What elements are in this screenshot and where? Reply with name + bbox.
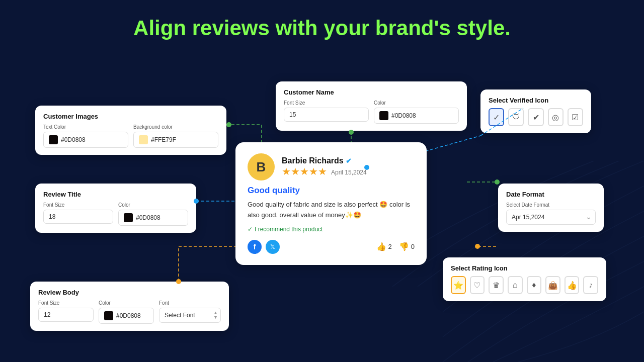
dislike-item: 👎 0 — [399, 242, 415, 251]
rating-icon-music[interactable]: ♪ — [583, 276, 598, 294]
connector-dot-orange-1 — [176, 279, 181, 284]
text-color-value: #0D0808 — [61, 136, 86, 143]
review-body-color-value: #0D0808 — [116, 312, 141, 319]
like-item: 👍 2 — [376, 242, 392, 251]
review-title-color-label: Color — [118, 202, 188, 208]
text-color-field[interactable]: #0D0808 — [43, 132, 128, 148]
customer-name-font-size-label: Font Size — [284, 100, 369, 106]
customer-name-font-size-field[interactable]: 15 — [284, 108, 369, 122]
customer-name-panel: Customer Name Font Size 15 Color #0D0808 — [276, 81, 467, 131]
rating-icon-star[interactable]: ⭐ — [451, 276, 466, 294]
date-format-title: Date Format — [506, 191, 596, 198]
connector-dot-orange-2 — [475, 244, 480, 249]
review-body-font-select-wrapper: Select Font ▲▼ — [159, 308, 221, 323]
verified-icon-title: Select Verified Icon — [489, 97, 583, 104]
review-title-color-swatch — [124, 213, 133, 222]
social-icons: f 𝕏 — [248, 240, 280, 254]
text-color-label: Text Color — [43, 124, 128, 130]
bg-color-field[interactable]: #FFE79F — [133, 132, 218, 148]
reviewer-info: Barbie Richards ✔ ★★★★★ April 15,2024 — [282, 156, 367, 177]
review-footer: f 𝕏 👍 2 👎 0 — [248, 240, 415, 254]
twitter-icon[interactable]: 𝕏 — [266, 240, 280, 254]
rating-icon-home[interactable]: ⌂ — [508, 276, 523, 294]
page-title: Align reviews with your brand's style. — [0, 16, 644, 40]
review-title-panel-title: Review Title — [43, 191, 188, 198]
date-format-select[interactable]: Apr 15,2024 — [506, 210, 596, 225]
review-body-title: Review Body — [38, 289, 221, 296]
review-body-font-size-field[interactable]: 12 — [38, 308, 94, 322]
review-title-font-size-value: 18 — [49, 213, 55, 220]
like-count: 2 — [388, 243, 392, 250]
thumbsup-icon[interactable]: 👍 — [376, 242, 386, 251]
rating-icon-heart[interactable]: ♡ — [470, 276, 485, 294]
review-body-color-label: Color — [99, 300, 154, 306]
connector-dot-blue-2 — [364, 165, 369, 170]
rating-icon-row: ⭐ ♡ ♛ ⌂ ♦ 👜 👍 ♪ — [451, 276, 598, 294]
verified-icon-checkbox[interactable]: ☑ — [568, 108, 583, 126]
customer-name-font-size-value: 15 — [289, 111, 296, 118]
review-date: April 15,2024 — [331, 169, 367, 176]
review-body-text: Good quality of fabric and size is also … — [248, 200, 415, 221]
rating-icon-panel: Select Rating Icon ⭐ ♡ ♛ ⌂ ♦ 👜 👍 ♪ — [443, 257, 606, 301]
rating-icon-thumbsup[interactable]: 👍 — [565, 276, 580, 294]
review-body-font-size-value: 12 — [44, 311, 50, 318]
connector-dot-green-2 — [349, 130, 354, 135]
customer-images-panel: Customer Images Text Color #0D0808 Backg… — [35, 106, 226, 155]
review-card: B Barbie Richards ✔ ★★★★★ April 15,2024 … — [235, 142, 427, 265]
customer-name-color-swatch — [379, 111, 388, 120]
bg-color-swatch — [139, 135, 148, 144]
verified-badge-icon: ✔ — [346, 157, 352, 165]
connector-dot-green-3 — [495, 179, 500, 185]
review-body-panel: Review Body Font Size 12 Color #0D0808 F… — [30, 282, 229, 331]
date-format-select-label: Select Date Format — [506, 202, 596, 208]
connector-dot-blue-1 — [194, 199, 199, 204]
bg-color-value: #FFE79F — [151, 136, 176, 143]
text-color-swatch — [49, 135, 58, 144]
customer-name-color-value: #0D0808 — [391, 112, 416, 119]
review-body-font-size-label: Font Size — [38, 300, 94, 306]
vote-area: 👍 2 👎 0 — [376, 242, 415, 251]
verified-icon-target[interactable]: ◎ — [548, 108, 564, 126]
verified-icon-row: ✓ 🛡 ✔ ◎ ☑ — [489, 108, 583, 126]
review-header: B Barbie Richards ✔ ★★★★★ April 15,2024 — [248, 153, 415, 180]
review-title-color-value: #0D0808 — [136, 214, 160, 221]
verified-icon-shield[interactable]: 🛡 — [508, 108, 524, 126]
bg-color-label: Background color — [133, 124, 218, 130]
verified-icon-badge[interactable]: ✔ — [528, 108, 543, 126]
dislike-count: 0 — [411, 243, 415, 250]
date-format-select-wrapper: Apr 15,2024 — [506, 210, 596, 225]
connector-dot-green-1 — [226, 122, 231, 127]
review-title-font-size-field[interactable]: 18 — [43, 210, 113, 224]
verified-icon-panel: Select Verified Icon ✓ 🛡 ✔ ◎ ☑ — [480, 89, 591, 133]
review-title-panel: Review Title Font Size 18 Color #0D0808 — [35, 184, 196, 233]
review-body-font-label: Font — [159, 300, 221, 306]
verified-icon-circle-check[interactable]: ✓ — [489, 108, 504, 126]
review-recommend: ✓ I recommend this product — [248, 226, 415, 233]
review-title-text: Good quality — [248, 186, 415, 196]
thumbsdown-icon[interactable]: 👎 — [399, 242, 409, 251]
review-body-color-field[interactable]: #0D0808 — [99, 308, 154, 324]
reviewer-avatar: B — [248, 153, 275, 180]
reviewer-name: Barbie Richards ✔ — [282, 156, 367, 165]
review-title-font-size-label: Font Size — [43, 202, 113, 208]
review-body-font-select[interactable]: Select Font — [159, 308, 221, 323]
checkmark-icon: ✓ — [248, 226, 253, 233]
review-body-color-swatch — [104, 311, 113, 320]
rating-icon-bag[interactable]: 👜 — [545, 276, 560, 294]
review-stars: ★★★★★ — [282, 165, 327, 177]
page-header: Align reviews with your brand's style. — [0, 0, 644, 50]
rating-icon-title: Select Rating Icon — [451, 264, 598, 272]
customer-name-color-field[interactable]: #0D0808 — [374, 108, 459, 124]
review-title-color-field[interactable]: #0D0808 — [118, 210, 188, 226]
customer-images-title: Customer Images — [43, 113, 218, 120]
customer-name-title: Customer Name — [284, 88, 459, 96]
rating-icon-gem[interactable]: ♦ — [527, 276, 542, 294]
customer-name-color-label: Color — [374, 100, 459, 106]
facebook-icon[interactable]: f — [248, 240, 262, 254]
date-format-panel: Date Format Select Date Format Apr 15,20… — [498, 184, 604, 232]
rating-icon-crown[interactable]: ♛ — [489, 276, 504, 294]
